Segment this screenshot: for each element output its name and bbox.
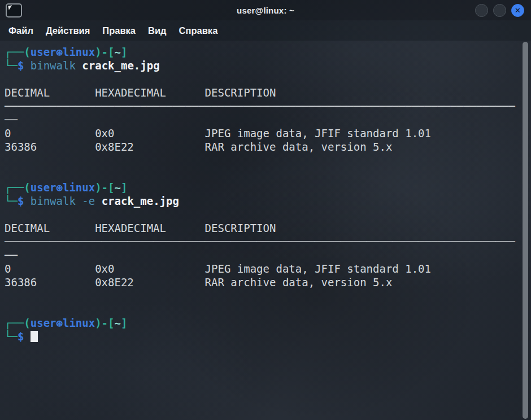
menu-item-help[interactable]: Справка	[173, 23, 224, 39]
terminal-line-18	[5, 289, 531, 303]
terminal-window: user@linux: ~ ✕ ФайлДействияПравкаВидСпр…	[0, 0, 531, 420]
terminal-app-icon[interactable]	[6, 3, 22, 18]
terminal-text	[76, 59, 82, 72]
terminal-text: )-[	[95, 46, 114, 58]
terminal-text	[24, 195, 30, 207]
terminal-text: ┌──(	[5, 181, 31, 194]
terminal-line-5: ──	[5, 113, 531, 126]
terminal-line-21: └─$	[5, 330, 531, 343]
menu-item-view[interactable]: Вид	[142, 23, 173, 39]
menu-item-file[interactable]: Файл	[2, 23, 40, 39]
terminal-text: └─	[5, 195, 18, 207]
terminal-line-13: DECIMAL HEXADECIMAL DESCRIPTION	[5, 221, 531, 235]
terminal-line-3: DECIMAL HEXADECIMAL DESCRIPTION	[5, 86, 531, 99]
terminal-text: crack_me.jpg	[82, 59, 159, 72]
terminal-line-9	[5, 167, 531, 181]
terminal-viewport[interactable]: ┌──(user⊛linux)-[~]└─$ binwalk crack_me.…	[0, 41, 531, 420]
terminal-line-11: └─$ binwalk -e crack_me.jpg	[5, 194, 531, 208]
terminal-line-20: ┌──(user⊛linux)-[~]	[5, 316, 531, 330]
terminal-text: ────────────────────────────────────────…	[5, 100, 515, 112]
terminal-line-8	[5, 154, 531, 167]
menu-item-edit[interactable]: Правка	[96, 23, 142, 39]
terminal-text	[76, 195, 82, 207]
terminal-line-7: 36386 0x8E22 RAR archive data, version 5…	[5, 140, 531, 154]
terminal-text: $	[18, 330, 24, 343]
terminal-prompt-icon	[8, 5, 12, 10]
title-bar: user@linux: ~ ✕	[0, 0, 531, 20]
window-title: user@linux: ~	[0, 6, 531, 15]
minimize-button[interactable]	[475, 4, 488, 17]
terminal-line-12	[5, 208, 531, 221]
terminal-text: └─	[5, 59, 18, 72]
terminal-line-4: ────────────────────────────────────────…	[5, 99, 531, 113]
terminal-line-17: 36386 0x8E22 RAR archive data, version 5…	[5, 275, 531, 289]
terminal-text: └─	[5, 330, 18, 343]
terminal-line-10: ┌──(user⊛linux)-[~]	[5, 181, 531, 194]
terminal-text: binwalk	[31, 195, 76, 207]
terminal-text	[24, 59, 30, 72]
terminal-text: 36386 0x8E22 RAR archive data, version 5…	[5, 141, 392, 153]
terminal-text: DECIMAL HEXADECIMAL DESCRIPTION	[5, 86, 276, 99]
terminal-line-16: 0 0x0 JPEG image data, JFIF standard 1.0…	[5, 262, 531, 275]
terminal-text: crack_me.jpg	[102, 195, 179, 207]
terminal-line-1: └─$ binwalk crack_me.jpg	[5, 59, 531, 72]
terminal-text: user⊛linux	[31, 46, 95, 58]
terminal-text: user⊛linux	[31, 317, 95, 329]
terminal-output: ┌──(user⊛linux)-[~]└─$ binwalk crack_me.…	[5, 45, 531, 343]
terminal-text: DECIMAL HEXADECIMAL DESCRIPTION	[5, 222, 276, 234]
maximize-button[interactable]	[493, 4, 506, 17]
close-icon: ✕	[515, 7, 521, 14]
terminal-text: ]	[121, 181, 127, 194]
terminal-text: ~	[114, 317, 120, 329]
terminal-text: ┌──(	[5, 317, 31, 329]
window-controls: ✕	[475, 4, 524, 17]
terminal-text: $	[18, 195, 24, 207]
terminal-line-19	[5, 303, 531, 316]
terminal-text: $	[18, 59, 24, 72]
terminal-text: binwalk	[31, 59, 76, 72]
terminal-line-2	[5, 72, 531, 86]
terminal-text: ]	[121, 317, 127, 329]
terminal-text: ]	[121, 46, 127, 58]
terminal-line-0: ┌──(user⊛linux)-[~]	[5, 45, 531, 59]
terminal-line-14: ────────────────────────────────────────…	[5, 235, 531, 248]
terminal-text	[24, 330, 30, 343]
terminal-text	[95, 195, 101, 207]
scrollbar	[523, 42, 528, 419]
terminal-text: user⊛linux	[31, 181, 95, 194]
terminal-text: ──	[5, 249, 18, 261]
menu-item-actions[interactable]: Действия	[40, 23, 96, 39]
terminal-text: )-[	[95, 317, 114, 329]
terminal-text: 0 0x0 JPEG image data, JFIF standard 1.0…	[5, 262, 431, 275]
terminal-text: 36386 0x8E22 RAR archive data, version 5…	[5, 276, 392, 288]
scrollbar-thumb[interactable]	[523, 42, 528, 419]
terminal-cursor	[31, 331, 38, 342]
terminal-line-15: ──	[5, 248, 531, 262]
terminal-text: ~	[114, 46, 120, 58]
terminal-text: ~	[114, 181, 120, 194]
terminal-text: 0 0x0 JPEG image data, JFIF standard 1.0…	[5, 127, 431, 139]
terminal-text: -e	[82, 195, 95, 207]
terminal-line-6: 0 0x0 JPEG image data, JFIF standard 1.0…	[5, 126, 531, 140]
terminal-text: )-[	[95, 181, 114, 194]
menu-bar: ФайлДействияПравкаВидСправка	[0, 20, 531, 41]
terminal-text: ────────────────────────────────────────…	[5, 235, 515, 248]
terminal-text: ┌──(	[5, 46, 31, 58]
terminal-text: ──	[5, 113, 18, 126]
close-button[interactable]: ✕	[511, 4, 524, 17]
